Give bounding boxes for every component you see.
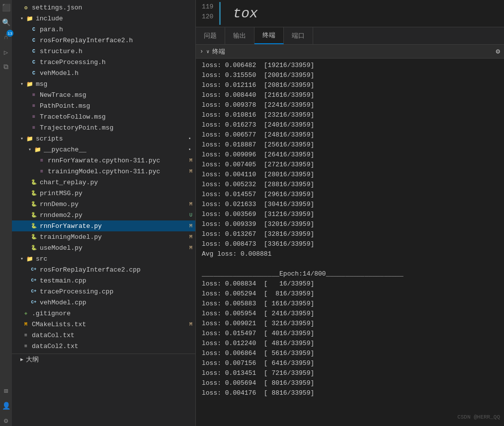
activity-bar: ⬛ 🔍 ⑃ 13 ▷ ⧉ ⊞ 👤 ⚙	[0, 0, 12, 426]
sidebar-item-NewTrace-msg[interactable]: ≡ NewTrace.msg	[12, 89, 195, 100]
tab-problems[interactable]: 问题	[196, 27, 225, 44]
rnnForYawrate-cpython-label: rnnForYawrate.cpython-311.pyc	[48, 157, 189, 164]
py-file-icon-5: 🐍	[30, 222, 38, 230]
src-folder-label: src	[36, 255, 195, 263]
sidebar-item-rosForReplayInterface2-h[interactable]: C rosForReplayInterface2.h	[12, 35, 195, 46]
terminal-line-avg-loss: Avg loss: 0.008881	[202, 249, 498, 259]
terminal-output[interactable]: loss: 0.006482 [19216/33959] loss: 0.315…	[196, 59, 504, 426]
terminal-epoch-line: ____________________Epoch:14/800________…	[202, 269, 498, 279]
sidebar-item-trainingModel-cpython[interactable]: ≡ trainingModel.cpython-311.pyc M	[12, 166, 195, 177]
sidebar-item-chart-replay[interactable]: 🐍 chart_replay.py	[12, 177, 195, 188]
main-panel: 119 120 tox 问题 输出 终端 端口 › ∨ 终端 ⚙ lo	[196, 0, 504, 426]
sidebar-item-outline[interactable]: ▶ 大纲	[12, 354, 195, 364]
sidebar-item-msg[interactable]: ▾ 📁 msg	[12, 78, 195, 89]
traceProcessing-cpp-label: traceProcessing.cpp	[40, 288, 195, 295]
sidebar-item-gitignore[interactable]: ◈ .gitignore	[12, 308, 195, 319]
sidebar-item-vehModel-h[interactable]: C vehModel.h	[12, 68, 195, 78]
sidebar-item-rosForReplayInterface2-cpp[interactable]: C+ rosForReplayInterface2.cpp	[12, 264, 195, 275]
sidebar-item-TrajectoryPoint-msg[interactable]: ≡ TrajectoryPoint.msg	[12, 122, 195, 133]
printMSG-label: printMSG.py	[40, 190, 195, 197]
sidebar-item-para-h[interactable]: C para.h	[12, 24, 195, 35]
problems-tab-label: 问题	[204, 31, 217, 40]
CMakeLists-label: CMakeLists.txt	[32, 321, 189, 328]
sidebar-item-rnnForYawrate-cpython[interactable]: ≡ rnnForYawrate.cpython-311.pyc M	[12, 155, 195, 166]
sidebar-item-structure-h[interactable]: C structure.h	[12, 46, 195, 57]
msg-folder-label: msg	[36, 80, 195, 88]
sidebar-item-rnndemo2[interactable]: 🐍 rnndemo2.py U	[12, 210, 195, 220]
sidebar-item-useModel[interactable]: 🐍 useModel.py M	[12, 242, 195, 253]
sidebar-item-TracetoFollow-msg[interactable]: ≡ TracetoFollow.msg	[12, 111, 195, 122]
output-tab-label: 输出	[233, 31, 246, 40]
trainingModel-label: trainingModel.py	[40, 233, 189, 241]
sidebar-item-rnnDemo[interactable]: 🐍 rnnDemo.py M	[12, 199, 195, 210]
sidebar-item-dataCol[interactable]: ≡ dataCol.txt	[12, 330, 195, 341]
folder-arrow-msg: ▾	[18, 80, 26, 88]
sidebar-item-vehModel-cpp[interactable]: C+ vehModel.cpp	[12, 297, 195, 308]
sidebar-item-PathPoint-msg[interactable]: ≡ PathPoint.msg	[12, 100, 195, 111]
sidebar-item-CMakeLists[interactable]: M CMakeLists.txt M	[12, 319, 195, 330]
tab-terminal[interactable]: 终端	[254, 27, 284, 44]
search-icon[interactable]: 🔍	[0, 17, 11, 28]
py-file-icon-3: 🐍	[30, 200, 38, 208]
sidebar-item-settings-json[interactable]: ⚙ settings.json	[12, 2, 195, 13]
terminal-settings-icon[interactable]: ⚙	[496, 47, 500, 56]
terminal-line-10: loss: 0.007405 [27216/33959]	[202, 160, 498, 170]
cpp-icon-3: C+	[30, 287, 38, 295]
gitignore-label: .gitignore	[32, 310, 195, 317]
tox-label: tox	[233, 6, 257, 21]
editor-line-area: 119 120 tox	[196, 0, 504, 27]
source-control-icon[interactable]: ⑃ 13	[0, 32, 11, 43]
expand-arrow[interactable]: ›	[200, 48, 203, 55]
c-file-icon-2: C	[30, 36, 38, 44]
msg-file-icon-3: ≡	[30, 113, 38, 121]
tab-output[interactable]: 输出	[225, 27, 254, 44]
sidebar-item-trainingModel[interactable]: 🐍 trainingModel.py M	[12, 231, 195, 242]
rnnForYawrate-label: rnnForYawrate.py	[40, 222, 189, 230]
sidebar-item-traceProcessing-cpp[interactable]: C+ traceProcessing.cpp	[12, 286, 195, 297]
msg-file-icon: ≡	[30, 91, 38, 99]
explorer-icon[interactable]: ⬛	[0, 2, 11, 13]
rosForReplayInterface2-h-label: rosForReplayInterface2.h	[40, 37, 195, 44]
cpp-icon-4: C+	[30, 298, 38, 306]
settings-icon[interactable]: ⚙	[0, 415, 11, 426]
c-file-icon-4: C	[30, 58, 38, 66]
tab-ports[interactable]: 端口	[284, 27, 313, 44]
terminal-line-17: loss: 0.013267 [32816/33959]	[202, 229, 498, 239]
TrajectoryPoint-msg-label: TrajectoryPoint.msg	[40, 124, 195, 132]
m-badge-rnnDemo: M	[189, 202, 192, 207]
sidebar-item-src[interactable]: ▾ 📁 src	[12, 253, 195, 264]
dataCol2-label: dataCol2.txt	[32, 343, 195, 350]
folder-icon-scripts: 📁	[26, 135, 34, 142]
json-file-icon: ⚙	[22, 3, 30, 11]
m-badge-useModel: M	[189, 245, 192, 251]
terminal-line-2: loss: 0.012116 [20816/33959]	[202, 80, 498, 90]
terminal-line-6: loss: 0.016273 [24016/33959]	[202, 120, 498, 130]
terminal-line-29: loss: 0.006864 [ 5616/33959]	[202, 349, 498, 358]
sidebar-item-include[interactable]: ▾ 📁 include	[12, 13, 195, 24]
extensions-icon[interactable]: ⧉	[0, 62, 11, 72]
account-icon[interactable]: 👤	[0, 400, 11, 411]
run-debug-icon[interactable]: ▷	[0, 47, 11, 58]
sidebar-item-rnnForYawrate[interactable]: 🐍 rnnForYawrate.py M	[12, 220, 195, 231]
terminal-line-14: loss: 0.021633 [30416/33959]	[202, 200, 498, 210]
terminal-line-blank	[202, 259, 498, 269]
folder-icon-pycache: 📁	[34, 145, 42, 153]
sidebar-item-printMSG[interactable]: 🐍 printMSG.py	[12, 188, 195, 199]
terminal-line-11: loss: 0.004110 [28016/33959]	[202, 170, 498, 180]
PathPoint-msg-label: PathPoint.msg	[40, 102, 195, 110]
remote-icon[interactable]: ⊞	[0, 385, 11, 396]
sidebar-item-pycache[interactable]: ▾ 📁 __pycache__ ·	[12, 144, 195, 155]
sidebar-item-dataCol2[interactable]: ≡ dataCol2.txt	[12, 341, 195, 352]
sidebar-item-testmain-cpp[interactable]: C+ testmain.cpp	[12, 275, 195, 286]
terminal-line-30: loss: 0.007156 [ 6416/33959]	[202, 358, 498, 368]
scripts-folder-label: scripts	[36, 135, 187, 142]
m-badge-trainingModel: M	[189, 234, 192, 240]
terminal-tab-label: 终端	[262, 31, 275, 40]
terminal-line-32: loss: 0.005694 [ 8016/33959]	[202, 378, 498, 388]
terminal-line-13: loss: 0.014557 [29616/33959]	[202, 190, 498, 200]
folder-arrow-src: ▾	[18, 255, 26, 263]
msg-file-icon-2: ≡	[30, 102, 38, 110]
sidebar-item-scripts[interactable]: ▾ 📁 scripts ·	[12, 133, 195, 144]
traceProcessing-h-label: traceProcessing.h	[40, 59, 195, 66]
sidebar-item-traceProcessing-h[interactable]: C traceProcessing.h	[12, 57, 195, 68]
